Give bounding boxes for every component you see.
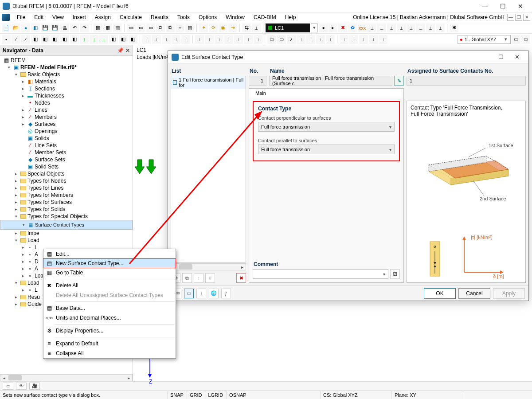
tree-members[interactable]: Members (35, 114, 57, 120)
ctx-expand[interactable]: ≡Expand to Default (43, 339, 176, 348)
t2-28[interactable]: ▭ (277, 35, 286, 44)
tb-a2[interactable]: ▦ (103, 23, 112, 32)
tb-print[interactable]: 🖶 (60, 23, 69, 32)
tree-load2[interactable]: Load (27, 280, 39, 286)
window-minimize[interactable]: — (476, 0, 494, 12)
tb-e5[interactable]: ⟂ (377, 23, 386, 32)
tb-e4[interactable]: ⟂ (368, 23, 376, 32)
tree-model[interactable]: RFEM - Model File.rf6* (20, 64, 77, 70)
tree-t3[interactable]: A (35, 251, 38, 258)
menu-cadbim[interactable]: CAD-BIM (249, 13, 281, 21)
dlg-opt2[interactable]: ▭ (184, 289, 194, 298)
name-edit-button[interactable]: ✎ (394, 76, 404, 86)
tree-typenodes[interactable]: Types for Nodes (27, 178, 66, 184)
t2-25[interactable]: ⟂ (244, 35, 253, 44)
tb-e3[interactable]: xxx (358, 23, 367, 32)
t2-2[interactable]: ∕ (12, 35, 20, 44)
t2-23[interactable]: ⟂ (224, 35, 233, 44)
tree-sct[interactable]: Surface Contact Types (35, 222, 84, 227)
status-grid[interactable]: GRID (187, 391, 205, 399)
scroll-right-icon[interactable]: ▸ (125, 375, 132, 381)
list-hscroll[interactable]: ◂▸ (171, 263, 246, 270)
tree-typesurfaces[interactable]: Types for Surfaces (27, 199, 72, 205)
ct-par-select[interactable]: Full force transmission▾ (258, 145, 395, 154)
tb-a3[interactable]: ▤ (113, 23, 122, 32)
t2-26[interactable]: ⟂ (254, 35, 262, 44)
t2-38[interactable]: ⟂ (379, 35, 387, 44)
no-field[interactable]: 1 (249, 76, 266, 86)
dlg-opt3[interactable]: ⟂ (196, 289, 206, 298)
ctx-units[interactable]: 0,00Units and Decimal Places... (43, 313, 176, 323)
dialog-close[interactable]: ✕ (509, 52, 525, 63)
menu-calculate[interactable]: Calculate (115, 13, 146, 21)
t2-32[interactable]: ⟂ (316, 35, 325, 44)
tree-thicknesses[interactable]: Thicknesses (35, 93, 64, 99)
tree-typemembers[interactable]: Types for Members (27, 192, 73, 198)
tree-impe[interactable]: Impe (27, 230, 39, 236)
dlg-opt5[interactable]: ƒ (221, 289, 231, 298)
tree-t8[interactable]: L (35, 287, 38, 293)
t2-29[interactable]: λ (287, 35, 296, 44)
t2-36[interactable]: ⟂ (359, 35, 368, 44)
tb-d1[interactable]: ⇆ (242, 23, 251, 32)
tb-cloud[interactable]: ● (21, 23, 30, 32)
nav-close-icon[interactable]: ✕ (125, 47, 130, 54)
tb-e7[interactable]: ⟂ (397, 23, 406, 32)
t2-7[interactable]: ◧ (60, 35, 69, 44)
t2-9[interactable]: ⟂ (80, 35, 89, 44)
t2-30[interactable]: ⟂ (297, 35, 305, 44)
tb-d2[interactable]: ⟂ (252, 23, 261, 32)
tree-membersets[interactable]: Member Sets (35, 149, 66, 156)
ctx-basedata[interactable]: ▤Base Data... (43, 303, 176, 313)
t2-24[interactable]: ⟂ (234, 35, 243, 44)
ctx-collapse[interactable]: ≡Collapse All (43, 348, 176, 358)
menu-assign[interactable]: Assign (90, 13, 115, 21)
nav-hscroll[interactable]: ◂ ▸ (0, 374, 133, 381)
list-sort[interactable]: ↕ (194, 273, 203, 283)
tree-solids[interactable]: Solids (35, 135, 49, 141)
assigned-field[interactable]: 1 (407, 76, 526, 86)
t2-8[interactable]: ◧ (70, 35, 79, 44)
tab-main[interactable]: Main (249, 88, 404, 98)
t2-4[interactable]: ◧ (31, 35, 40, 44)
t2-21[interactable]: ⟂ (205, 35, 214, 44)
tb-c1[interactable]: ✦ (199, 23, 208, 32)
t2-15[interactable]: ⟂ (142, 35, 151, 44)
tb-redo[interactable]: ↷ (80, 23, 89, 32)
tree-openings[interactable]: Openings (35, 128, 57, 134)
menu-results[interactable]: Results (146, 13, 173, 21)
tree-typesolids[interactable]: Types for Solids (27, 206, 65, 212)
tb-e2[interactable]: ✿ (348, 23, 357, 32)
mdi-restore[interactable]: ❐ (515, 14, 522, 21)
list-item[interactable]: 1 Full force transmission | Full for (171, 76, 246, 89)
status-lgrid[interactable]: LGRID (205, 391, 226, 399)
tree-materials[interactable]: Materials (35, 78, 56, 85)
comment-field[interactable]: ▾ (253, 269, 388, 279)
tree-surfacesets[interactable]: Surface Sets (35, 156, 65, 163)
tb-b5[interactable]: ⧉ (166, 23, 175, 32)
tree-solidsets[interactable]: Solid Sets (35, 164, 59, 170)
combo-global[interactable]: ●1 - Global XYZ▾ (458, 35, 511, 44)
ok-button[interactable]: OK (424, 288, 456, 299)
t2-5[interactable]: ◧ (41, 35, 50, 44)
t2-14[interactable]: ◧ (129, 35, 137, 44)
tree-nodes[interactable]: Nodes (35, 100, 50, 106)
tree-surfaces[interactable]: Surfaces (35, 121, 55, 127)
tb-a1[interactable]: ▦ (94, 23, 102, 32)
t2-end2[interactable]: ▭ (521, 35, 530, 44)
tree-t4[interactable]: D (35, 258, 39, 265)
ctx-deleteall[interactable]: ✖Delete All (43, 281, 176, 290)
tb-c3[interactable]: ◉ (219, 23, 227, 32)
t2-13[interactable]: ◧ (119, 35, 128, 44)
comment-insert[interactable]: 🖼 (390, 269, 400, 279)
list-copy[interactable]: ⧉ (182, 273, 192, 283)
ct-perp-select[interactable]: Full force transmission▾ (258, 122, 395, 132)
cancel-button[interactable]: Cancel (458, 288, 490, 299)
t2-11[interactable]: ⟂ (99, 35, 108, 44)
tb-e10[interactable]: ⟂ (426, 23, 435, 32)
tb-e9[interactable]: ⟂ (416, 23, 425, 32)
tree-root[interactable]: RFEM (11, 57, 26, 63)
menu-help[interactable]: Help (281, 13, 301, 21)
t2-3[interactable]: ∕ (21, 35, 30, 44)
t2-22[interactable]: ⟂ (215, 35, 223, 44)
